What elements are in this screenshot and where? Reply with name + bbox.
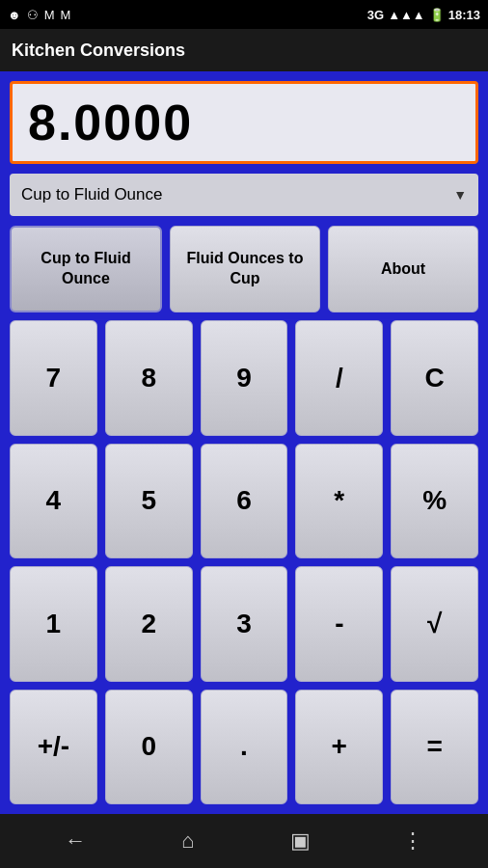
status-left-icons: ☻ ⚇ M M bbox=[8, 8, 70, 22]
btn-3[interactable]: 3 bbox=[201, 566, 288, 682]
back-button[interactable]: ← bbox=[51, 822, 99, 860]
display-container: 8.0000 bbox=[10, 81, 478, 164]
calculator-rows: 7 8 9 / C 4 5 6 * % 1 2 3 - √ bbox=[10, 320, 478, 804]
battery-icon: 🔋 bbox=[429, 8, 445, 22]
btn-6[interactable]: 6 bbox=[201, 444, 288, 559]
calc-row-2: 4 5 6 * % bbox=[10, 444, 478, 559]
btn-8[interactable]: 8 bbox=[105, 320, 193, 436]
btn-5[interactable]: 5 bbox=[105, 444, 193, 559]
menu-button[interactable]: ⋮ bbox=[389, 822, 437, 860]
home-button[interactable]: ⌂ bbox=[164, 822, 212, 860]
dropdown-selected-label: Cup to Fluid Ounce bbox=[21, 185, 162, 204]
recents-button[interactable]: ▣ bbox=[276, 822, 324, 860]
about-button[interactable]: About bbox=[328, 226, 478, 312]
display-value: 8.0000 bbox=[28, 94, 193, 151]
oz-to-cup-button[interactable]: Fluid Ounces to Cup bbox=[170, 226, 320, 312]
btn-decimal[interactable]: . bbox=[201, 690, 288, 805]
btn-0[interactable]: 0 bbox=[105, 690, 193, 805]
calc-row-3: 1 2 3 - √ bbox=[10, 566, 478, 682]
btn-multiply[interactable]: * bbox=[295, 444, 383, 559]
android-icon: ☻ bbox=[8, 8, 21, 22]
btn-7[interactable]: 7 bbox=[10, 320, 97, 436]
calc-row-1: 7 8 9 / C bbox=[10, 320, 478, 436]
dropdown-arrow-icon: ▼ bbox=[453, 187, 467, 203]
btn-equals[interactable]: = bbox=[391, 690, 478, 805]
calc-row-4: +/- 0 . + = bbox=[10, 690, 478, 805]
time-display: 18:13 bbox=[448, 8, 480, 22]
btn-clear[interactable]: C bbox=[391, 320, 478, 436]
btn-sqrt[interactable]: √ bbox=[391, 566, 478, 682]
btn-subtract[interactable]: - bbox=[295, 566, 383, 682]
btn-divide[interactable]: / bbox=[295, 320, 383, 436]
signal-icon: ▲▲▲ bbox=[388, 8, 425, 22]
network-indicator: 3G bbox=[367, 8, 384, 22]
conversion-button-row: Cup to Fluid Ounce Fluid Ounces to Cup A… bbox=[10, 226, 478, 312]
btn-9[interactable]: 9 bbox=[201, 320, 288, 436]
title-bar: Kitchen Conversions bbox=[0, 29, 488, 71]
app-content: 8.0000 Cup to Fluid Ounce ▼ Cup to Fluid… bbox=[0, 71, 488, 814]
btn-4[interactable]: 4 bbox=[10, 444, 97, 559]
btn-add[interactable]: + bbox=[295, 690, 383, 805]
buttons-area: Cup to Fluid Ounce Fluid Ounces to Cup A… bbox=[10, 226, 478, 804]
app-title: Kitchen Conversions bbox=[12, 41, 185, 61]
gmail2-icon: M bbox=[61, 8, 71, 22]
gmail-icon: M bbox=[44, 8, 55, 22]
cup-to-oz-button[interactable]: Cup to Fluid Ounce bbox=[10, 226, 162, 312]
status-bar: ☻ ⚇ M M 3G ▲▲▲ 🔋 18:13 bbox=[0, 0, 488, 29]
nav-bar: ← ⌂ ▣ ⋮ bbox=[0, 814, 488, 868]
status-right-icons: 3G ▲▲▲ 🔋 18:13 bbox=[367, 8, 480, 22]
btn-percent[interactable]: % bbox=[391, 444, 478, 559]
btn-2[interactable]: 2 bbox=[105, 566, 193, 682]
conversion-dropdown[interactable]: Cup to Fluid Ounce ▼ bbox=[10, 174, 478, 216]
usb-icon: ⚇ bbox=[27, 8, 39, 22]
btn-1[interactable]: 1 bbox=[10, 566, 97, 682]
btn-plus-minus[interactable]: +/- bbox=[10, 690, 97, 805]
